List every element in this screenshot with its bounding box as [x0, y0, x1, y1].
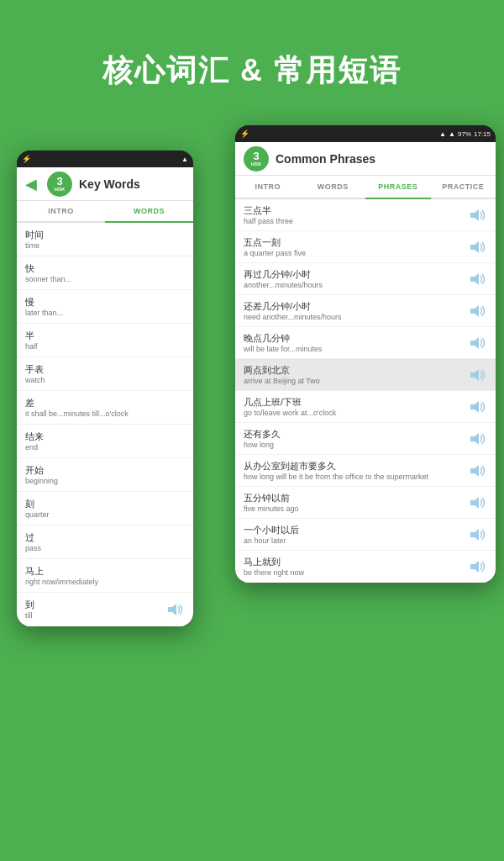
phrase-content: 三点半 half pass three [244, 204, 467, 225]
phrase-content: 五点一刻 a quarter pass five [244, 236, 467, 257]
word-item[interactable]: 时间 time [17, 223, 193, 256]
phrase-chinese: 还有多久 [244, 428, 467, 441]
svg-marker-11 [470, 529, 479, 541]
word-item[interactable]: 手表 watch [17, 357, 193, 391]
phrase-item[interactable]: 从办公室到超市要多久 how long will be it be from t… [235, 455, 496, 487]
phrase-english: another...minutes/hours [244, 281, 467, 289]
speaker-icon[interactable] [467, 271, 487, 288]
tab-phrases-right[interactable]: PHRASES [365, 176, 431, 199]
phrase-item[interactable]: 两点到北京 arrive at Beijing at Two [235, 359, 496, 391]
word-english: pass [25, 544, 185, 552]
phrase-item[interactable]: 晚点几分钟 will be late for...minutes [235, 327, 496, 359]
left-status-bar: ⚡ ▲ [17, 151, 193, 167]
phrase-item[interactable]: 一个小时以后 an hour later [235, 519, 496, 551]
phrase-content: 还差几分钟/小时 need another...minutes/hours [244, 300, 467, 321]
signal-left: ▲ [181, 156, 188, 163]
speaker-icon[interactable] [165, 601, 185, 618]
usb-icon-left: ⚡ [22, 155, 31, 163]
speaker-icon[interactable] [467, 558, 487, 575]
speaker-icon[interactable] [467, 526, 487, 543]
word-item[interactable]: 差 it shall be...minutes till...o'clock [17, 391, 193, 425]
word-item[interactable]: 半 half [17, 324, 193, 357]
svg-marker-8 [470, 433, 479, 445]
phrase-content: 再过几分钟/小时 another...minutes/hours [244, 268, 467, 289]
left-tab-bar: INTRO WORDS [17, 201, 193, 223]
word-item[interactable]: 马上 right now/immediately [17, 559, 193, 593]
hsk-label-right: HSK [251, 161, 262, 166]
svg-marker-5 [470, 337, 479, 349]
word-item[interactable]: 刻 quarter [17, 492, 193, 526]
phrase-item[interactable]: 三点半 half pass three [235, 199, 496, 231]
word-item[interactable]: 快 sooner than... [17, 256, 193, 290]
word-item[interactable]: 到 till [17, 593, 193, 626]
right-status-right: ▲ ▲ 97% 17:15 [439, 130, 491, 138]
phrase-english: half pass three [244, 217, 467, 225]
speaker-icon[interactable] [467, 494, 487, 511]
phrase-item[interactable]: 几点上班/下班 go to/leave work at...o'clock [235, 391, 496, 423]
phrase-chinese: 晚点几分钟 [244, 332, 467, 345]
svg-marker-9 [470, 465, 479, 477]
tab-words-right[interactable]: WORDS [301, 176, 366, 199]
tab-intro-left[interactable]: INTRO [17, 201, 105, 223]
usb-icon-right: ⚡ [240, 129, 249, 138]
word-english: beginning [25, 477, 185, 485]
speaker-icon[interactable] [467, 335, 487, 351]
word-item[interactable]: 慢 later than... [17, 290, 193, 324]
hsk-label-left: HSK [55, 187, 66, 192]
phrase-item[interactable]: 还有多久 how long [235, 423, 496, 455]
tab-intro-right[interactable]: INTRO [235, 176, 301, 199]
speaker-icon[interactable] [467, 367, 487, 383]
word-english: half [25, 342, 185, 351]
phrase-chinese: 几点上班/下班 [244, 396, 467, 409]
phrase-content: 几点上班/下班 go to/leave work at...o'clock [244, 396, 467, 417]
word-chinese: 时间 [25, 229, 185, 241]
word-english: till [25, 611, 34, 620]
speaker-icon[interactable] [467, 207, 487, 224]
word-english: later than... [25, 309, 185, 317]
phrase-item[interactable]: 五分钟以前 five minutes ago [235, 487, 496, 519]
word-item[interactable]: 结来 end [17, 425, 193, 458]
speaker-icon[interactable] [467, 399, 487, 415]
speaker-icon[interactable] [467, 430, 487, 447]
word-english: time [25, 241, 185, 250]
tab-words-left[interactable]: WORDS [105, 201, 193, 223]
page-title: 核心词汇 & 常用短语 [0, 0, 504, 125]
svg-marker-10 [470, 497, 479, 509]
phrase-english: an hour later [244, 536, 467, 545]
phrase-item[interactable]: 马上就到 be there right now [235, 551, 496, 583]
phrase-chinese: 再过几分钟/小时 [244, 268, 467, 281]
word-chinese: 马上 [25, 565, 185, 578]
phrase-chinese: 马上就到 [244, 556, 467, 568]
phrase-content: 一个小时以后 an hour later [244, 524, 467, 545]
phrase-english: how long [244, 441, 467, 449]
phrase-item[interactable]: 再过几分钟/小时 another...minutes/hours [235, 263, 496, 295]
word-english: quarter [25, 510, 185, 519]
svg-marker-7 [470, 401, 479, 413]
phrase-chinese: 两点到北京 [244, 364, 467, 377]
right-tab-bar: INTRO WORDS PHRASES PRACTICE [235, 176, 496, 199]
right-app-title: Common Phrases [276, 152, 375, 166]
phrase-english: arrive at Beijing at Two [244, 377, 467, 385]
phrase-english: a quarter pass five [244, 249, 467, 257]
phrase-content: 从办公室到超市要多久 how long will be it be from t… [244, 460, 467, 481]
phrase-chinese: 还差几分钟/小时 [244, 300, 467, 313]
phrase-english: will be late for...minutes [244, 345, 467, 353]
speaker-icon[interactable] [467, 239, 487, 256]
right-app-bar: 3 HSK Common Phrases [235, 142, 496, 176]
word-english: it shall be...minutes till...o'clock [25, 409, 185, 418]
svg-marker-2 [470, 241, 479, 253]
word-item[interactable]: 开始 beginning [17, 458, 193, 492]
tab-practice-right[interactable]: PRACTICE [431, 176, 496, 199]
word-chinese: 手表 [25, 363, 185, 376]
back-arrow-left[interactable]: ◀ [25, 175, 37, 193]
speaker-icon[interactable] [467, 462, 487, 479]
phrase-item[interactable]: 五点一刻 a quarter pass five [235, 231, 496, 263]
word-english: right now/immediately [25, 578, 185, 586]
speaker-icon[interactable] [467, 303, 487, 320]
svg-marker-0 [168, 604, 176, 615]
phrase-item[interactable]: 还差几分钟/小时 need another...minutes/hours [235, 295, 496, 327]
word-item[interactable]: 过 pass [17, 526, 193, 559]
phrase-english: how long will be it be from the office t… [244, 473, 467, 481]
svg-marker-1 [470, 209, 479, 221]
phrase-english: five minutes ago [244, 504, 467, 513]
